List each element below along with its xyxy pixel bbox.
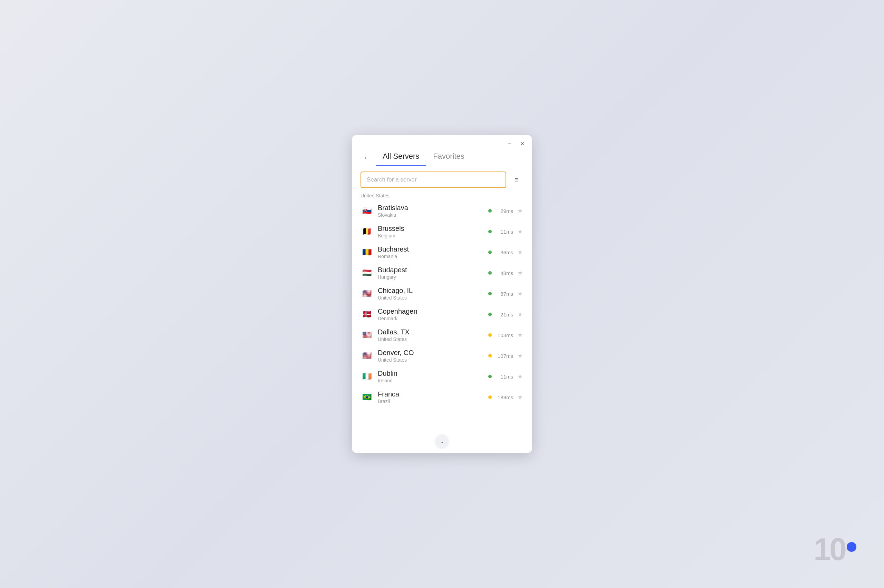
status-dot: [488, 333, 492, 337]
favorite-button[interactable]: ★: [517, 352, 523, 360]
flag-icon: 🇺🇸: [361, 331, 373, 339]
server-list: United States 🇸🇰 Bratislava Slovakia 29m…: [352, 191, 532, 453]
status-dot: [488, 230, 492, 233]
server-item[interactable]: 🇺🇸 Denver, CO United States 107ms ★: [352, 345, 532, 366]
flag-icon: 🇺🇸: [361, 351, 373, 360]
ping-value: 103ms: [495, 332, 513, 338]
server-item[interactable]: 🇷🇴 Bucharest Romania 36ms ★: [352, 242, 532, 262]
flag-icon: 🇺🇸: [361, 289, 373, 298]
server-item[interactable]: 🇩🇰 Copenhagen Denmark 21ms ★: [352, 304, 532, 325]
server-item[interactable]: 🇧🇪 Brussels Belgium 11ms ★: [352, 221, 532, 242]
status-dot: [488, 250, 492, 254]
server-info: Brussels Belgium: [378, 225, 483, 238]
server-city: Franca: [378, 390, 483, 398]
flag-icon: 🇧🇷: [361, 393, 373, 402]
ping-value: 189ms: [495, 394, 513, 400]
flag-icon: 🇮🇪: [361, 372, 373, 381]
ping-value: 29ms: [495, 208, 513, 214]
flag-icon: 🇧🇪: [361, 227, 373, 236]
nav-area: ← All Servers Favorites: [352, 148, 532, 166]
server-status: 11ms ★: [488, 228, 523, 236]
watermark-dot: [847, 542, 856, 552]
flag-icon: 🇷🇴: [361, 248, 373, 257]
status-dot: [488, 271, 492, 274]
server-country: Denmark: [378, 316, 483, 321]
section-header-us: United States: [352, 191, 532, 201]
server-status: 107ms ★: [488, 352, 523, 360]
server-info: Dallas, TX United States: [378, 328, 483, 342]
tab-favorites[interactable]: Favorites: [426, 149, 471, 166]
server-city: Dublin: [378, 370, 483, 378]
server-status: 11ms ★: [488, 373, 523, 380]
status-dot: [488, 354, 492, 357]
status-dot: [488, 313, 492, 316]
tabs: All Servers Favorites: [376, 149, 523, 166]
server-item[interactable]: 🇭🇺 Budapest Hungary 48ms ★: [352, 262, 532, 283]
server-country: Hungary: [378, 274, 483, 280]
favorite-button[interactable]: ★: [517, 228, 523, 236]
server-city: Brussels: [378, 225, 483, 232]
status-dot: [488, 209, 492, 213]
favorite-button[interactable]: ★: [517, 207, 523, 214]
search-wrapper: [361, 171, 506, 188]
ping-value: 107ms: [495, 353, 513, 359]
tab-all-servers[interactable]: All Servers: [376, 149, 426, 166]
server-item[interactable]: 🇸🇰 Bratislava Slovakia 29ms ★: [352, 201, 532, 221]
scroll-down-button[interactable]: ⌄: [436, 435, 448, 447]
server-status: 29ms ★: [488, 207, 523, 214]
ping-value: 36ms: [495, 249, 513, 255]
favorite-button[interactable]: ★: [517, 310, 523, 318]
server-country: Slovakia: [378, 212, 483, 218]
server-city: Chicago, IL: [378, 287, 483, 295]
server-item[interactable]: 🇮🇪 Dublin Ireland 11ms ★: [352, 366, 532, 387]
server-item[interactable]: 🇧🇷 Franca Brazil 189ms ★: [352, 387, 532, 408]
watermark-number: 10: [813, 532, 845, 567]
back-button[interactable]: ←: [361, 152, 373, 164]
flag-icon: 🇸🇰: [361, 206, 373, 215]
server-info: Denver, CO United States: [378, 349, 483, 363]
server-city: Bucharest: [378, 245, 483, 253]
favorite-button[interactable]: ★: [517, 249, 523, 256]
favorite-button[interactable]: ★: [517, 269, 523, 277]
server-country: United States: [378, 357, 483, 363]
server-country: Belgium: [378, 233, 483, 238]
server-item[interactable]: 🇺🇸 Dallas, TX United States 103ms ★: [352, 325, 532, 345]
server-item[interactable]: 🇺🇸 Chicago, IL United States 87ms ★: [352, 283, 532, 304]
server-info: Chicago, IL United States: [378, 287, 483, 300]
close-button[interactable]: ✕: [518, 140, 526, 148]
filter-button[interactable]: ≡: [510, 173, 523, 187]
server-info: Copenhagen Denmark: [378, 308, 483, 321]
server-status: 21ms ★: [488, 310, 523, 318]
server-country: United States: [378, 295, 483, 300]
server-country: Brazil: [378, 399, 483, 404]
server-info: Franca Brazil: [378, 390, 483, 404]
ping-value: 11ms: [495, 374, 513, 380]
server-info: Budapest Hungary: [378, 266, 483, 280]
ping-value: 48ms: [495, 270, 513, 276]
server-info: Bucharest Romania: [378, 245, 483, 259]
ping-value: 11ms: [495, 229, 513, 235]
ping-value: 87ms: [495, 291, 513, 297]
watermark: 10: [813, 532, 856, 567]
flag-icon: 🇩🇰: [361, 310, 373, 319]
server-status: 189ms ★: [488, 393, 523, 401]
minimize-button[interactable]: –: [505, 140, 514, 148]
server-country: Romania: [378, 254, 483, 259]
server-info: Dublin Ireland: [378, 370, 483, 383]
status-dot: [488, 396, 492, 399]
server-city: Budapest: [378, 266, 483, 274]
server-info: Bratislava Slovakia: [378, 204, 483, 218]
favorite-button[interactable]: ★: [517, 373, 523, 380]
status-dot: [488, 292, 492, 296]
search-area: ≡: [352, 166, 532, 191]
search-input[interactable]: [361, 171, 506, 188]
server-status: 87ms ★: [488, 290, 523, 297]
favorite-button[interactable]: ★: [517, 331, 523, 339]
favorite-button[interactable]: ★: [517, 393, 523, 401]
server-city: Dallas, TX: [378, 328, 483, 336]
favorite-button[interactable]: ★: [517, 290, 523, 297]
server-city: Bratislava: [378, 204, 483, 212]
server-city: Denver, CO: [378, 349, 483, 357]
title-bar: – ✕: [352, 135, 532, 148]
server-status: 103ms ★: [488, 331, 523, 339]
